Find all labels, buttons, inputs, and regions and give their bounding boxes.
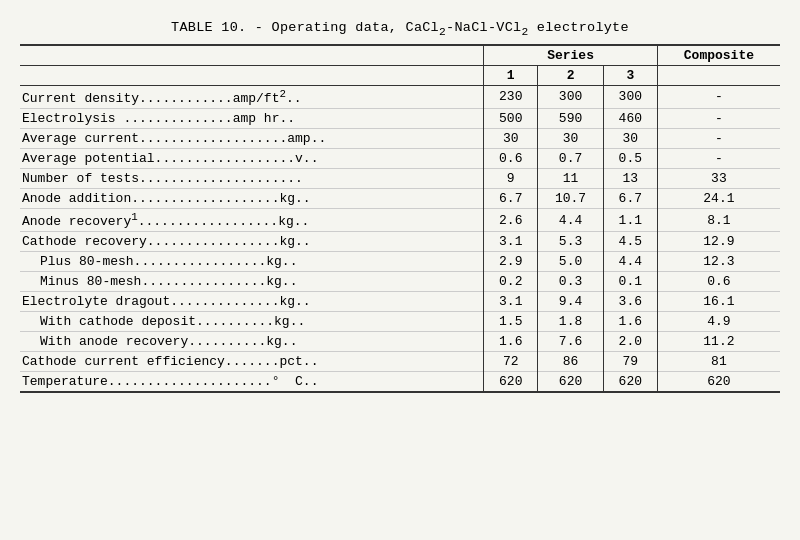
series-value: 10.7	[538, 189, 604, 209]
series-value: 0.7	[538, 149, 604, 169]
table-row: Average current...................amp..3…	[20, 129, 780, 149]
row-label: Cathode current efficiency.......pct..	[20, 352, 484, 372]
series-value: 5.3	[538, 232, 604, 252]
series-value: 6.7	[484, 189, 538, 209]
table-row: Number of tests.....................9111…	[20, 169, 780, 189]
table-row: With anode recovery..........kg..1.67.62…	[20, 332, 780, 352]
series-value: 3.1	[484, 292, 538, 312]
series-value: 1.6	[603, 312, 657, 332]
header-row-2: 1 2 3	[20, 65, 780, 85]
header-col1: 1	[484, 65, 538, 85]
row-label: Number of tests.....................	[20, 169, 484, 189]
header-row-1: Series Composite	[20, 45, 780, 66]
table-row: Anode addition...................kg..6.7…	[20, 189, 780, 209]
series-value: 11	[538, 169, 604, 189]
series-value: 0.3	[538, 272, 604, 292]
series-value: 9	[484, 169, 538, 189]
composite-value: -	[657, 109, 780, 129]
composite-value: 12.9	[657, 232, 780, 252]
table-row: With cathode deposit..........kg..1.51.8…	[20, 312, 780, 332]
series-value: 0.5	[603, 149, 657, 169]
row-label: Minus 80-mesh................kg..	[20, 272, 484, 292]
composite-value: -	[657, 129, 780, 149]
header-label-empty	[20, 45, 484, 66]
composite-value: 11.2	[657, 332, 780, 352]
composite-value: 16.1	[657, 292, 780, 312]
row-label: Cathode recovery.................kg..	[20, 232, 484, 252]
data-table: Series Composite 1 2 3 Current density..…	[20, 44, 780, 394]
table-row: Minus 80-mesh................kg..0.20.30…	[20, 272, 780, 292]
series-value: 590	[538, 109, 604, 129]
series-value: 0.2	[484, 272, 538, 292]
row-label: Plus 80-mesh.................kg..	[20, 252, 484, 272]
table-row: Plus 80-mesh.................kg..2.95.04…	[20, 252, 780, 272]
row-label: Anode recovery1..................kg..	[20, 209, 484, 232]
series-value: 72	[484, 352, 538, 372]
series-value: 3.1	[484, 232, 538, 252]
row-label: Average current...................amp..	[20, 129, 484, 149]
composite-value: 0.6	[657, 272, 780, 292]
series-value: 500	[484, 109, 538, 129]
series-value: 230	[484, 85, 538, 108]
composite-value: 620	[657, 372, 780, 393]
row-label: Electrolysis ..............amp hr..	[20, 109, 484, 129]
header-composite: Composite	[657, 45, 780, 66]
series-value: 1.1	[603, 209, 657, 232]
series-value: 1.5	[484, 312, 538, 332]
series-value: 6.7	[603, 189, 657, 209]
series-value: 2.6	[484, 209, 538, 232]
series-value: 2.0	[603, 332, 657, 352]
series-value: 1.8	[538, 312, 604, 332]
series-value: 620	[603, 372, 657, 393]
series-value: 1.6	[484, 332, 538, 352]
header-col2: 2	[538, 65, 604, 85]
series-value: 4.4	[538, 209, 604, 232]
series-value: 3.6	[603, 292, 657, 312]
title-text: TABLE 10. - Operating data, CaCl2-NaCl-V…	[171, 20, 629, 35]
composite-value: 24.1	[657, 189, 780, 209]
composite-value: 4.9	[657, 312, 780, 332]
series-value: 79	[603, 352, 657, 372]
series-value: 460	[603, 109, 657, 129]
series-value: 30	[484, 129, 538, 149]
composite-value: 81	[657, 352, 780, 372]
composite-value: 33	[657, 169, 780, 189]
table-row: Cathode current efficiency.......pct..72…	[20, 352, 780, 372]
row-label: Average potential..................v..	[20, 149, 484, 169]
table-row: Average potential..................v..0.…	[20, 149, 780, 169]
series-value: 620	[484, 372, 538, 393]
table-row: Electrolyte dragout..............kg..3.1…	[20, 292, 780, 312]
row-label: Electrolyte dragout..............kg..	[20, 292, 484, 312]
series-value: 620	[538, 372, 604, 393]
series-value: 30	[538, 129, 604, 149]
page-container: TABLE 10. - Operating data, CaCl2-NaCl-V…	[20, 20, 780, 393]
composite-value: -	[657, 149, 780, 169]
series-value: 4.5	[603, 232, 657, 252]
row-label: Current density............amp/ft2..	[20, 85, 484, 108]
series-value: 300	[603, 85, 657, 108]
series-value: 5.0	[538, 252, 604, 272]
row-label: With cathode deposit..........kg..	[20, 312, 484, 332]
header-composite-empty	[657, 65, 780, 85]
header-series: Series	[484, 45, 658, 66]
composite-value: 8.1	[657, 209, 780, 232]
series-value: 9.4	[538, 292, 604, 312]
table-title: TABLE 10. - Operating data, CaCl2-NaCl-V…	[20, 20, 780, 38]
table-row: Electrolysis ..............amp hr..50059…	[20, 109, 780, 129]
series-value: 0.1	[603, 272, 657, 292]
table-row: Temperature.....................° C..620…	[20, 372, 780, 393]
series-value: 86	[538, 352, 604, 372]
series-value: 7.6	[538, 332, 604, 352]
row-label: Anode addition...................kg..	[20, 189, 484, 209]
series-value: 0.6	[484, 149, 538, 169]
table-row: Current density............amp/ft2..2303…	[20, 85, 780, 108]
series-value: 300	[538, 85, 604, 108]
table-row: Cathode recovery.................kg..3.1…	[20, 232, 780, 252]
series-value: 30	[603, 129, 657, 149]
row-label: With anode recovery..........kg..	[20, 332, 484, 352]
header-col3: 3	[603, 65, 657, 85]
row-label: Temperature.....................° C..	[20, 372, 484, 393]
table-row: Anode recovery1..................kg..2.6…	[20, 209, 780, 232]
series-value: 4.4	[603, 252, 657, 272]
series-value: 13	[603, 169, 657, 189]
